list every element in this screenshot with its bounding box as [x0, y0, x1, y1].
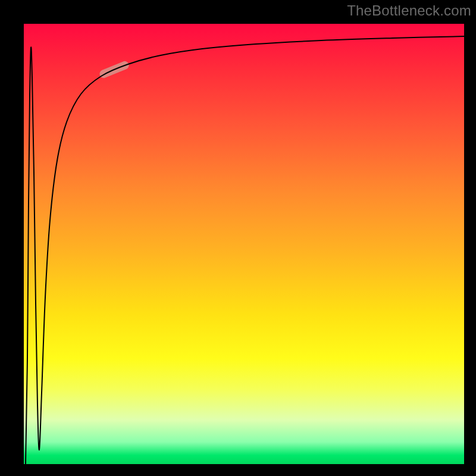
curve-layer — [24, 24, 464, 464]
bottleneck-curve — [26, 36, 464, 464]
watermark-text: TheBottleneck.com — [347, 2, 471, 19]
chart-frame: TheBottleneck.com — [0, 0, 476, 476]
plot-area — [24, 24, 464, 464]
